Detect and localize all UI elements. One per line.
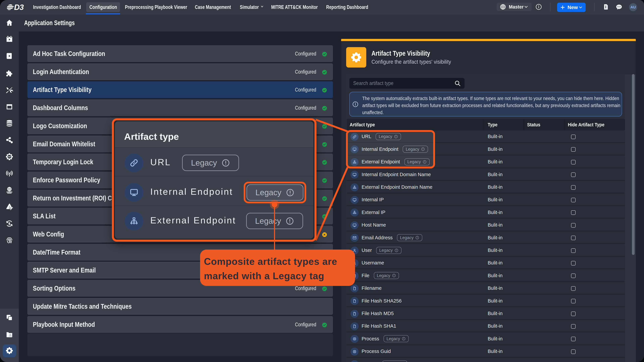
svg-text:API: API	[8, 156, 11, 158]
svg-text:D3: D3	[14, 4, 24, 10]
